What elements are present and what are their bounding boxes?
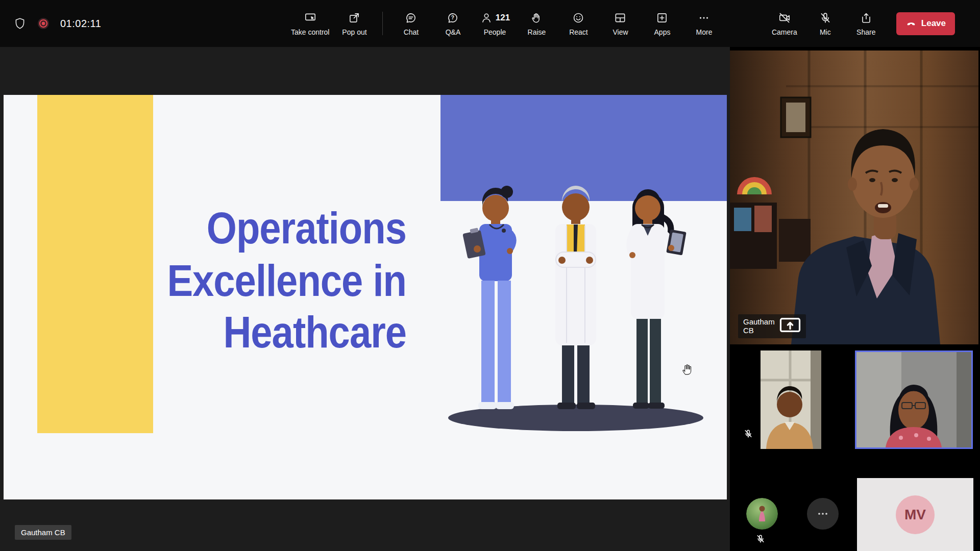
participants-panel: Gautham CB	[730, 47, 980, 551]
toolbar-center-group: Take control Pop out Chat	[289, 0, 723, 47]
people-label: People	[484, 28, 506, 36]
mic-button[interactable]: Mic	[806, 0, 844, 47]
participant-video-tile[interactable]	[761, 350, 821, 449]
view-button[interactable]: View	[601, 0, 639, 47]
qna-button[interactable]: ? Q&A	[434, 0, 472, 47]
take-control-icon	[304, 11, 317, 24]
active-speaker-video-frame	[856, 352, 971, 447]
slide-title-line-1: Operations	[167, 202, 406, 254]
healthcare-workers-illustration	[440, 171, 711, 437]
participant-avatar-photo	[746, 498, 778, 530]
chat-label: Chat	[404, 28, 419, 36]
apps-button[interactable]: Apps	[643, 0, 681, 47]
female-doctor-figure	[629, 189, 687, 409]
slide-title: Operations Excellence in Heathcare	[167, 202, 406, 359]
people-count: 121	[496, 13, 510, 23]
share-button[interactable]: Share	[847, 0, 885, 47]
meeting-timer: 01:02:11	[60, 18, 101, 30]
senior-doctor-figure	[555, 186, 596, 409]
mic-label: Mic	[820, 28, 831, 36]
react-icon	[572, 11, 585, 24]
react-label: React	[569, 28, 588, 36]
view-label: View	[612, 28, 628, 36]
overflow-participants-button[interactable]	[807, 498, 839, 530]
mic-off-icon	[819, 11, 832, 24]
apps-icon	[655, 11, 669, 24]
camera-label: Camera	[772, 28, 797, 36]
chat-button[interactable]: Chat	[392, 0, 430, 47]
presenter-name-label: Gautham CB	[15, 525, 71, 540]
presentation-slide: Operations Excellence in Heathcare	[4, 95, 727, 499]
shield-icon	[13, 17, 27, 30]
take-control-label: Take control	[291, 28, 329, 36]
apps-label: Apps	[654, 28, 671, 36]
more-label: More	[696, 28, 713, 36]
participant-video-frame	[761, 350, 821, 449]
slide-title-line-3: Heathcare	[167, 306, 406, 358]
pop-out-button[interactable]: Pop out	[335, 0, 373, 47]
raise-label: Raise	[528, 28, 546, 36]
initials-avatar: MV	[896, 495, 935, 534]
main-speaker-name-badge: Gautham CB	[738, 314, 806, 338]
raise-hand-icon	[530, 11, 543, 24]
shared-screen-stage: Operations Excellence in Heathcare	[0, 47, 730, 551]
toolbar-divider	[382, 12, 383, 35]
initials-participant-tile[interactable]: MV	[857, 478, 973, 551]
pop-out-label: Pop out	[342, 28, 366, 36]
meeting-toolbar: 01:02:11 Take control Pop out	[0, 0, 980, 47]
mic-off-indicator-icon	[743, 429, 753, 441]
main-speaker-video-frame	[730, 51, 978, 344]
react-button[interactable]: React	[559, 0, 597, 47]
recording-indicator-icon	[37, 17, 50, 30]
share-label: Share	[856, 28, 875, 36]
mic-off-indicator-icon	[755, 534, 766, 546]
more-button[interactable]: More	[685, 0, 723, 47]
qna-icon: ?	[446, 11, 459, 24]
toolbar-right-group: Camera Mic Share	[766, 0, 955, 47]
people-button[interactable]: 121 People	[476, 0, 513, 47]
leave-phone-icon	[905, 18, 917, 29]
svg-text:?: ?	[451, 15, 454, 20]
share-icon	[860, 11, 873, 24]
camera-off-icon	[778, 11, 791, 24]
pop-out-icon	[348, 11, 361, 24]
qna-label: Q&A	[446, 28, 461, 36]
slide-title-line-2: Excellence in	[167, 254, 406, 306]
nurse-figure	[462, 186, 514, 409]
take-control-button[interactable]: Take control	[289, 0, 331, 47]
chat-icon	[404, 11, 418, 24]
camera-button[interactable]: Camera	[766, 0, 803, 47]
people-icon-count: 121	[480, 11, 510, 24]
hand-cursor-icon	[681, 362, 694, 375]
screen-share-indicator-icon	[779, 317, 801, 336]
slide-yellow-accent	[37, 95, 153, 433]
leave-button[interactable]: Leave	[896, 12, 955, 35]
people-icon	[480, 11, 493, 24]
main-speaker-video[interactable]: Gautham CB	[730, 51, 978, 344]
leave-label: Leave	[921, 18, 946, 29]
main-speaker-name: Gautham CB	[743, 317, 775, 335]
ellipsis-icon	[816, 507, 829, 520]
raise-hand-button[interactable]: Raise	[518, 0, 555, 47]
participant-avatar[interactable]	[746, 498, 778, 530]
toolbar-left-group: 01:02:11	[13, 0, 101, 47]
view-icon	[614, 11, 627, 24]
active-speaker-video-tile[interactable]	[855, 350, 973, 449]
more-icon	[697, 11, 710, 24]
